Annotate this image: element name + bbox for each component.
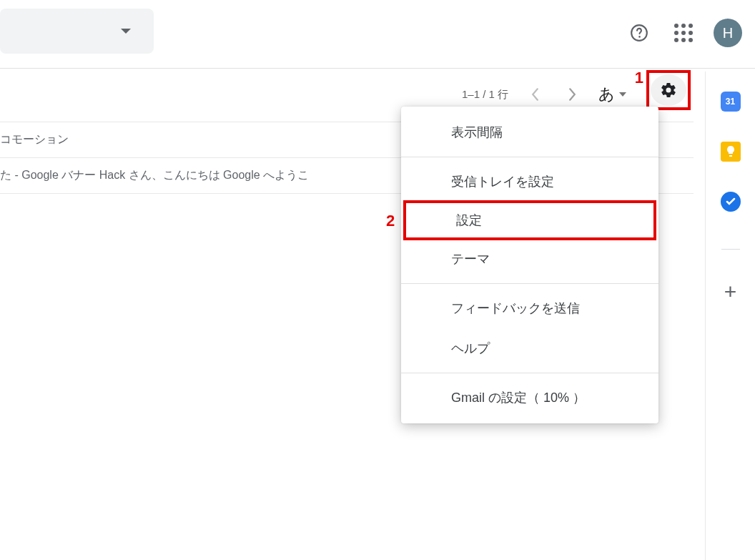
search-dropdown[interactable] bbox=[0, 9, 154, 54]
menu-item-feedback[interactable]: フィードバックを送信 bbox=[401, 288, 658, 328]
annotation-box-1 bbox=[646, 70, 691, 110]
caret-down-icon bbox=[121, 29, 131, 34]
settings-gear-button[interactable] bbox=[651, 74, 686, 106]
menu-separator bbox=[401, 373, 658, 373]
annotation-box-2: 設定 bbox=[403, 200, 656, 240]
avatar-initial: H bbox=[723, 25, 733, 41]
menu-separator bbox=[401, 157, 658, 157]
annotation-label-2: 2 bbox=[386, 212, 395, 230]
calendar-day-number: 31 bbox=[726, 97, 735, 107]
list-toolbar: 1–1 / 1 行 あ bbox=[0, 80, 694, 109]
category-label: コモーション bbox=[0, 133, 69, 145]
input-language-switcher[interactable]: あ bbox=[598, 84, 626, 105]
menu-item-density[interactable]: 表示間隔 bbox=[401, 112, 658, 152]
menu-item-inbox-config[interactable]: 受信トレイを設定 bbox=[401, 162, 658, 202]
next-page-button[interactable] bbox=[561, 84, 583, 105]
gear-icon bbox=[660, 82, 677, 99]
side-panel: 31 + bbox=[705, 72, 755, 560]
header-right-cluster: H bbox=[625, 19, 742, 47]
calendar-icon[interactable]: 31 bbox=[721, 92, 741, 112]
svg-point-1 bbox=[638, 36, 641, 38]
settings-menu: 表示間隔 受信トレイを設定 設定 テーマ フィードバックを送信 ヘルプ Gmai… bbox=[401, 107, 658, 423]
header-bar: H bbox=[0, 0, 755, 69]
caret-down-icon bbox=[619, 92, 626, 97]
help-icon[interactable] bbox=[625, 19, 653, 47]
annotation-label-1: 1 bbox=[635, 69, 643, 87]
mail-snippet: た - Google バナー Hack さん、こんにちは Google へようこ bbox=[0, 169, 309, 181]
menu-item-settings[interactable]: 設定 bbox=[406, 203, 653, 237]
tasks-icon[interactable] bbox=[721, 192, 741, 212]
menu-item-help[interactable]: ヘルプ bbox=[401, 328, 658, 368]
prev-page-button[interactable] bbox=[524, 84, 546, 105]
menu-item-gmail-setup[interactable]: Gmail の設定（ 10% ） bbox=[401, 378, 658, 418]
apps-icon[interactable] bbox=[669, 19, 698, 47]
add-addon-button[interactable]: + bbox=[724, 280, 737, 304]
keep-icon[interactable] bbox=[721, 142, 741, 162]
account-avatar[interactable]: H bbox=[714, 19, 742, 47]
menu-separator bbox=[401, 283, 658, 284]
ime-label: あ bbox=[598, 84, 615, 105]
menu-item-themes[interactable]: テーマ bbox=[401, 239, 658, 279]
side-separator bbox=[721, 249, 740, 250]
pagination-label: 1–1 / 1 行 bbox=[462, 88, 508, 102]
